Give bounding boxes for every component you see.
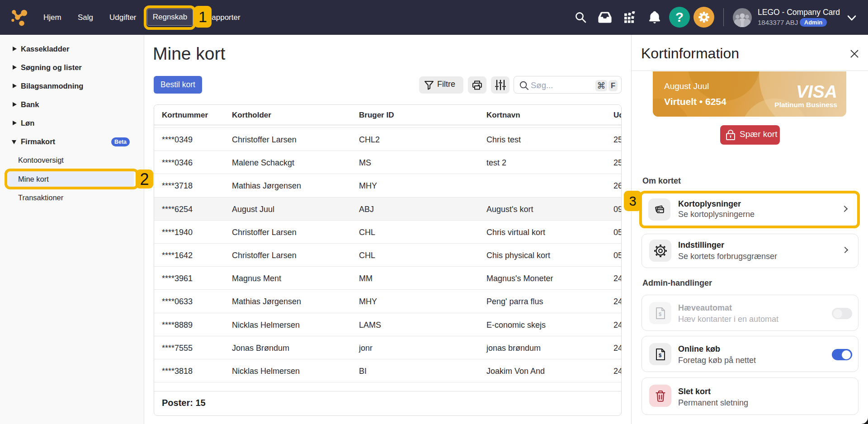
svg-text:$: $ — [659, 353, 661, 358]
svg-text:$: $ — [659, 311, 661, 317]
